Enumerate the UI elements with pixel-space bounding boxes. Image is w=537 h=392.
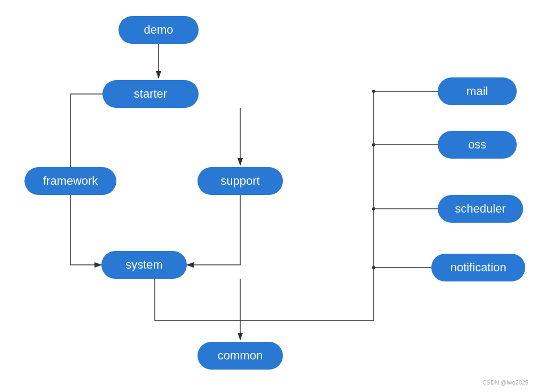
diagram: demo starter framework support system co…: [0, 0, 537, 392]
node-mail: mail: [438, 77, 517, 105]
node-demo: demo: [119, 16, 199, 44]
svg-point-11: [372, 266, 375, 269]
node-common: common: [198, 342, 283, 370]
svg-point-8: [372, 90, 375, 93]
svg-point-9: [372, 143, 375, 146]
node-support: support: [198, 167, 283, 195]
node-oss: oss: [438, 131, 517, 159]
node-notification: notification: [431, 254, 525, 281]
svg-point-10: [372, 207, 375, 210]
node-scheduler: scheduler: [438, 195, 523, 223]
node-starter: starter: [102, 80, 199, 108]
watermark: CSDN @lwq2025: [483, 379, 528, 386]
node-system: system: [101, 251, 187, 279]
node-framework: framework: [25, 167, 116, 195]
